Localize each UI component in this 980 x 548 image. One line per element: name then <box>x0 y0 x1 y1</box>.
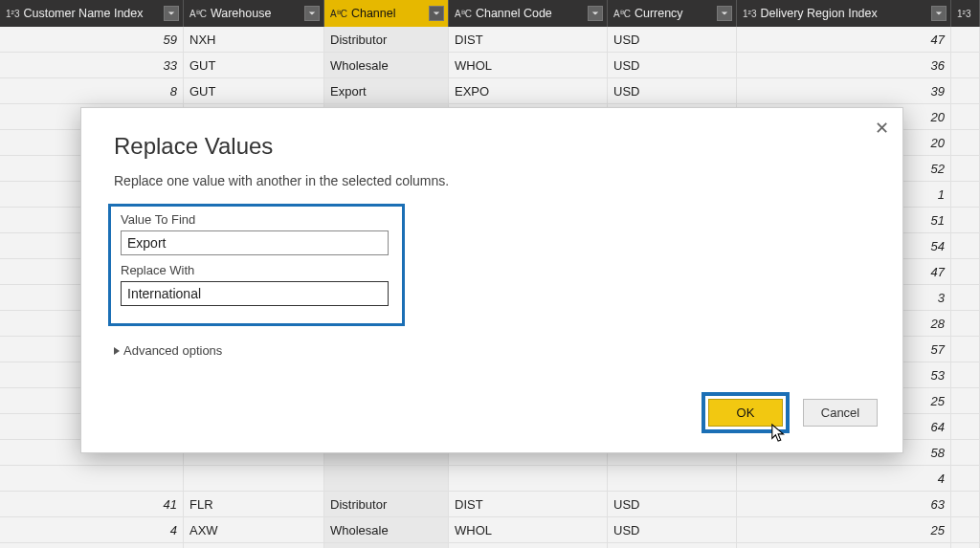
cell-extra[interactable] <box>951 78 980 103</box>
column-header-channel-code[interactable]: AᴮC Channel Code <box>449 0 608 27</box>
table-row[interactable]: 112GUTExportEXPOUSD35 <box>0 543 980 548</box>
column-filter-button[interactable] <box>717 6 732 21</box>
cell-delivery-region-index[interactable]: 39 <box>737 78 951 103</box>
cell-currency[interactable] <box>608 466 737 491</box>
cell-customer-name-index[interactable]: 4 <box>0 517 184 542</box>
column-label: Delivery Region Index <box>760 7 927 20</box>
cell-channel[interactable]: Distributor <box>324 492 449 516</box>
cell-delivery-region-index[interactable]: 35 <box>737 543 951 548</box>
column-header-warehouse[interactable]: AᴮC Warehouse <box>184 0 324 27</box>
cell-extra[interactable] <box>951 208 980 232</box>
cell-currency[interactable]: USD <box>608 517 737 542</box>
column-filter-button[interactable] <box>164 6 179 21</box>
value-to-find-input[interactable] <box>121 230 389 255</box>
cell-extra[interactable] <box>951 492 980 516</box>
cell-extra[interactable] <box>951 53 980 77</box>
cell-currency[interactable]: USD <box>608 53 737 77</box>
table-row[interactable]: 8GUTExportEXPOUSD39 <box>0 78 980 104</box>
column-filter-button[interactable] <box>588 6 603 21</box>
cell-channel-code[interactable]: EXPO <box>449 78 608 103</box>
cell-warehouse[interactable]: GUT <box>184 53 324 77</box>
cell-extra[interactable] <box>951 285 980 310</box>
cell-channel[interactable] <box>324 466 449 491</box>
table-row[interactable]: 59NXHDistributorDISTUSD47 <box>0 27 980 53</box>
cell-warehouse[interactable]: GUT <box>184 543 324 548</box>
cell-channel-code[interactable]: DIST <box>449 492 608 516</box>
type-icon: 1²3 <box>741 9 760 19</box>
cell-delivery-region-index[interactable]: 4 <box>737 466 951 491</box>
cell-delivery-region-index[interactable]: 25 <box>737 517 951 542</box>
table-row[interactable]: 33GUTWholesaleWHOLUSD36 <box>0 53 980 78</box>
column-header-channel[interactable]: AᴮC Channel <box>324 0 449 27</box>
column-label: Channel Code <box>476 7 584 20</box>
advanced-options-toggle[interactable]: Advanced options <box>114 343 870 358</box>
cell-extra[interactable] <box>951 543 980 548</box>
cell-extra[interactable] <box>951 466 980 491</box>
cell-currency[interactable]: USD <box>608 27 737 52</box>
column-label: Customer Name Index <box>23 7 160 20</box>
ok-button[interactable]: OK <box>708 399 783 427</box>
type-icon: 1²3 <box>955 9 974 19</box>
table-row[interactable]: 41FLRDistributorDISTUSD63 <box>0 492 980 517</box>
close-icon[interactable]: ✕ <box>875 118 889 139</box>
dialog-description: Replace one value with another in the se… <box>114 173 870 188</box>
cell-delivery-region-index[interactable]: 47 <box>737 27 951 52</box>
column-header-delivery-region-index[interactable]: 1²3 Delivery Region Index <box>737 0 951 27</box>
table-row[interactable]: 4 <box>0 466 980 492</box>
cell-currency[interactable]: USD <box>608 492 737 516</box>
replace-with-input[interactable] <box>121 281 389 306</box>
cell-customer-name-index[interactable]: 8 <box>0 78 184 103</box>
cell-channel[interactable]: Wholesale <box>324 517 449 542</box>
cell-currency[interactable]: USD <box>608 78 737 103</box>
cell-warehouse[interactable]: GUT <box>184 78 324 103</box>
cell-extra[interactable] <box>951 182 980 207</box>
cell-channel-code[interactable]: DIST <box>449 27 608 52</box>
cell-extra[interactable] <box>951 337 980 362</box>
cell-warehouse[interactable]: NXH <box>184 27 324 52</box>
column-filter-button[interactable] <box>304 6 320 21</box>
cell-warehouse[interactable]: AXW <box>184 517 324 542</box>
column-header-currency[interactable]: AᴮC Currency <box>608 0 737 27</box>
cell-warehouse[interactable]: FLR <box>184 492 324 516</box>
cell-customer-name-index[interactable]: 33 <box>0 53 184 77</box>
cell-channel[interactable]: Wholesale <box>324 53 449 77</box>
value-to-find-label: Value To Find <box>121 212 392 227</box>
cell-currency[interactable]: USD <box>608 543 737 548</box>
cell-channel[interactable]: Distributor <box>324 27 449 52</box>
cell-extra[interactable] <box>951 362 980 387</box>
cell-extra[interactable] <box>951 440 980 465</box>
cell-extra[interactable] <box>951 388 980 413</box>
cell-delivery-region-index[interactable]: 63 <box>737 492 951 516</box>
column-header-extra[interactable]: 1²3 <box>951 0 980 27</box>
cell-extra[interactable] <box>951 130 980 155</box>
column-header-customer-name-index[interactable]: 1²3 Customer Name Index <box>0 0 184 27</box>
cell-channel-code[interactable]: WHOL <box>449 53 608 77</box>
cell-channel-code[interactable]: WHOL <box>449 517 608 542</box>
type-icon: AᴮC <box>328 9 351 19</box>
cell-customer-name-index[interactable] <box>0 466 184 491</box>
cell-extra[interactable] <box>951 156 980 181</box>
cell-extra[interactable] <box>951 104 980 129</box>
cell-extra[interactable] <box>951 259 980 284</box>
cell-customer-name-index[interactable]: 59 <box>0 27 184 52</box>
cell-channel[interactable]: Export <box>324 543 449 548</box>
cell-extra[interactable] <box>951 233 980 258</box>
cell-extra[interactable] <box>951 414 980 439</box>
column-filter-button[interactable] <box>931 6 947 21</box>
cell-delivery-region-index[interactable]: 36 <box>737 53 951 77</box>
cell-channel[interactable]: Export <box>324 78 449 103</box>
cell-extra[interactable] <box>951 517 980 542</box>
column-filter-button[interactable] <box>429 6 444 21</box>
cell-channel-code[interactable] <box>449 466 608 491</box>
cell-channel-code[interactable]: EXPO <box>449 543 608 548</box>
cell-customer-name-index[interactable]: 41 <box>0 492 184 516</box>
cell-extra[interactable] <box>951 27 980 52</box>
table-row[interactable]: 4AXWWholesaleWHOLUSD25 <box>0 517 980 543</box>
type-icon: AᴮC <box>612 9 635 19</box>
replace-with-label: Replace With <box>121 263 392 277</box>
cancel-button[interactable]: Cancel <box>803 399 878 427</box>
cell-warehouse[interactable] <box>184 466 324 491</box>
cell-extra[interactable] <box>951 311 980 336</box>
column-label: Warehouse <box>211 7 301 20</box>
cell-customer-name-index[interactable]: 112 <box>0 543 184 548</box>
